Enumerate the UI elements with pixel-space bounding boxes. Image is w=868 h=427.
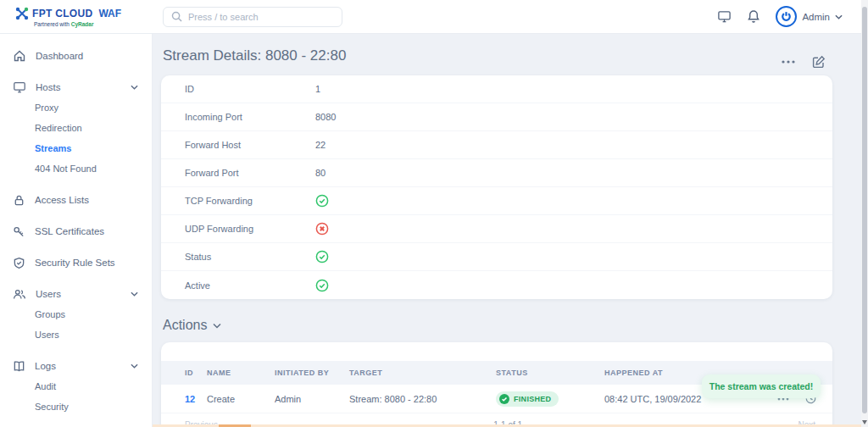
edit-icon[interactable]: [812, 55, 826, 69]
avatar: [776, 6, 797, 27]
chevron-down-icon: [835, 14, 843, 19]
search-input[interactable]: [188, 12, 334, 22]
brand-tagline: Partnered with CyRadar: [34, 21, 153, 27]
chevron-down-icon: [131, 363, 138, 369]
sidebar-item-logs[interactable]: Logs: [0, 356, 152, 376]
toast-notification: The stream was created!: [702, 374, 821, 398]
check-circle-icon: [315, 279, 329, 292]
book-icon: [13, 360, 25, 373]
sidebar-item-users-sub[interactable]: Users: [0, 324, 152, 345]
user-menu[interactable]: Admin: [776, 6, 843, 27]
sidebar-item-proxy[interactable]: Proxy: [0, 97, 152, 118]
page-title: Stream Details: 8080 - 22:80: [163, 47, 346, 64]
sidebar: Dashboard Hosts Proxy Redirection Stream…: [0, 34, 153, 427]
chevron-down-icon: [131, 85, 138, 90]
brand-molecule-icon: [15, 7, 29, 20]
user-name: Admin: [802, 12, 830, 22]
detail-row: Status: [161, 243, 832, 271]
app-window: FPT CLOUD WAF Partnered with CyRadar: [0, 0, 868, 427]
sidebar-item-users[interactable]: Users: [0, 284, 152, 304]
sidebar-item-audit[interactable]: Audit: [0, 376, 152, 396]
action-id-link[interactable]: 12: [185, 394, 195, 404]
x-circle-icon: [315, 222, 329, 236]
lock-icon: [13, 194, 25, 207]
users-icon: [13, 288, 26, 301]
chevron-down-icon: [131, 291, 138, 297]
detail-row: Forward Port 80: [161, 159, 832, 187]
sidebar-item-groups[interactable]: Groups: [0, 304, 152, 324]
brand-product: WAF: [98, 8, 121, 19]
sidebar-item-security-rule-sets[interactable]: Security Rule Sets: [0, 252, 152, 273]
check-circle-icon: [315, 250, 329, 263]
vertical-scrollbar-thumb[interactable]: [862, 7, 867, 413]
sidebar-item-404-not-found[interactable]: 404 Not Found: [0, 158, 152, 179]
sidebar-item-access-lists[interactable]: Access Lists: [0, 190, 152, 210]
sidebar-item-ssl-certificates[interactable]: SSL Certificates: [0, 221, 152, 241]
sidebar-item-streams[interactable]: Streams: [0, 138, 152, 158]
detail-row: UDP Forwarding: [161, 215, 832, 243]
hosts-monitor-icon: [13, 80, 26, 94]
chevron-down-icon: [213, 323, 221, 329]
sidebar-item-dashboard[interactable]: Dashboard: [0, 46, 152, 66]
main-content: Stream Details: 8080 - 22:80 ID 1: [153, 34, 861, 427]
status-badge: FINISHED: [496, 391, 559, 407]
topbar: FPT CLOUD WAF Partnered with CyRadar: [0, 0, 861, 34]
notifications-bell-icon[interactable]: [747, 9, 760, 24]
check-circle-solid-icon: [499, 394, 509, 404]
sidebar-item-redirection[interactable]: Redirection: [0, 118, 152, 138]
monitor-icon[interactable]: [717, 9, 732, 24]
brand-logo[interactable]: FPT CLOUD WAF Partnered with CyRadar: [0, 7, 153, 27]
detail-row: ID 1: [161, 75, 832, 103]
stream-details-card: ID 1 Incoming Port 8080 Forward Host 22 …: [161, 75, 832, 299]
sidebar-item-hosts[interactable]: Hosts: [0, 77, 152, 97]
sidebar-item-security-log[interactable]: Security: [0, 396, 152, 417]
check-circle-icon: [315, 194, 329, 208]
actions-section-title[interactable]: Actions: [163, 318, 861, 333]
search-box[interactable]: [163, 7, 342, 27]
shield-check-icon: [13, 257, 25, 269]
detail-row: Active: [161, 271, 832, 299]
more-options-icon[interactable]: [782, 60, 795, 64]
home-icon: [13, 49, 26, 63]
detail-row: Incoming Port 8080: [161, 103, 832, 131]
key-icon: [13, 225, 25, 238]
detail-row: TCP Forwarding: [161, 187, 832, 215]
brand-name: FPT CLOUD: [32, 8, 92, 19]
vertical-scrollbar[interactable]: [861, 0, 868, 427]
scrollbar-down-arrow[interactable]: [862, 420, 867, 424]
detail-row: Forward Host 22: [161, 131, 832, 159]
search-icon: [171, 11, 182, 22]
